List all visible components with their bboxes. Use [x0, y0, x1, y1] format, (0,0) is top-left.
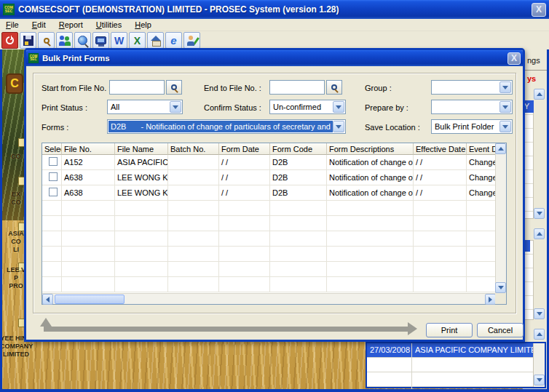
scroll-down-icon[interactable]	[534, 208, 545, 219]
row-checkbox[interactable]	[49, 172, 58, 181]
prepare-by-label: Prepare by :	[365, 103, 408, 112]
table-row[interactable]: A638 LEE WONG KE / / D2B Notification of…	[42, 185, 506, 201]
menu-edit[interactable]: Edit	[32, 20, 46, 29]
row-checkbox[interactable]	[49, 188, 58, 196]
scroll-up-icon[interactable]	[534, 89, 545, 100]
window-title: COMSECSOFT (DEMONSTRATION) LIMITED - PRO…	[18, 4, 532, 15]
forms-combobox[interactable]: D2B- Notification of change of particula…	[107, 119, 346, 134]
forms-label: Forms :	[42, 123, 68, 132]
column-header-event-desc[interactable]: Event Des	[467, 143, 497, 155]
menu-report[interactable]: Report	[59, 20, 83, 29]
confirm-status-combobox[interactable]: Un-confirmed	[269, 100, 346, 114]
schedule-scrollbar[interactable]	[533, 343, 545, 387]
column-header-form-code[interactable]: Form Code	[270, 143, 327, 155]
dialog-close-button[interactable]: X	[507, 52, 521, 65]
schedule-row[interactable]	[367, 372, 545, 387]
start-from-file-input[interactable]	[109, 80, 165, 95]
dialog-titlebar[interactable]: COM SEC Bulk Print Forms X	[26, 50, 523, 66]
column-header-form-date[interactable]: Form Date	[219, 143, 270, 155]
cancel-button[interactable]: Cancel	[477, 323, 524, 337]
dialog-body: Start from File No. : End to File No. : …	[26, 66, 523, 340]
scroll-up-icon[interactable]	[534, 228, 545, 239]
menu-help[interactable]: Help	[135, 20, 151, 29]
pointer-arrow-icon	[408, 322, 417, 335]
column-header-file-no[interactable]: File No.	[62, 143, 115, 155]
computer-icon[interactable]	[92, 32, 109, 49]
scroll-down-icon[interactable]	[534, 308, 545, 319]
user-edit-icon[interactable]	[183, 32, 200, 49]
group-combobox[interactable]	[431, 80, 513, 95]
table-row[interactable]: A638 LEE WONG KE / / D2B Notification of…	[42, 170, 506, 185]
save-location-combobox[interactable]: Bulk Print Folder	[431, 119, 513, 134]
schedule-row-selected[interactable]: 27/03/2008 ASIA PACIFIC COMPANY LIMITED	[367, 343, 545, 358]
magnifier-icon	[331, 84, 337, 90]
excel-icon[interactable]: X	[129, 32, 146, 49]
end-to-file-input[interactable]	[269, 80, 325, 95]
scroll-down-icon[interactable]	[495, 282, 506, 293]
chevron-down-icon[interactable]	[333, 121, 344, 132]
menu-file[interactable]: File	[6, 20, 19, 29]
prepare-by-combobox[interactable]	[431, 100, 513, 114]
confirm-status-label: Confirm Status :	[204, 103, 261, 112]
scroll-down-icon[interactable]	[534, 375, 545, 385]
toolbar: W X e	[0, 31, 549, 49]
start-from-file-label: Start from File No. :	[42, 84, 111, 92]
power-icon[interactable]	[1, 32, 18, 49]
column-header-batch-no[interactable]: Batch No.	[168, 143, 219, 155]
form-description: - Notification of change of particulars …	[141, 122, 333, 131]
grid-horizontal-scrollbar[interactable]	[42, 293, 497, 304]
background-alert-fragment: ys	[527, 74, 536, 83]
table-row-empty	[42, 231, 506, 247]
scroll-right-icon[interactable]	[485, 294, 496, 305]
start-file-search-button[interactable]	[166, 80, 182, 95]
group-label: Group :	[365, 84, 392, 92]
table-row[interactable]: A152 ASIA PACIFIC C / / D2B Notification…	[42, 155, 506, 170]
find-file-icon[interactable]	[38, 32, 55, 49]
column-header-effective-date[interactable]: Effective Date	[414, 143, 467, 155]
table-row-empty	[42, 277, 506, 292]
row-checkbox[interactable]	[49, 157, 58, 166]
schedule-table: 27/03/2008 ASIA PACIFIC COMPANY LIMITED	[366, 342, 546, 388]
table-row-empty	[42, 247, 506, 262]
dialog-icon: COM SEC	[28, 53, 39, 63]
word-icon[interactable]: W	[111, 32, 127, 49]
end-file-search-button[interactable]	[326, 80, 342, 95]
users-icon[interactable]	[56, 32, 73, 49]
window-close-button[interactable]: X	[532, 3, 546, 17]
chevron-down-icon[interactable]	[499, 101, 511, 113]
grid-header-row: Select File No. File Name Batch No. Form…	[42, 143, 506, 155]
chevron-down-icon[interactable]	[499, 121, 511, 132]
column-header-file-name[interactable]: File Name	[115, 143, 168, 155]
bulk-print-forms-dialog: COM SEC Bulk Print Forms X Start from Fi…	[24, 48, 525, 342]
scroll-up-icon[interactable]	[534, 329, 545, 340]
schedule-row[interactable]	[367, 358, 545, 372]
print-status-label: Print Status :	[42, 103, 87, 112]
internet-explorer-icon[interactable]: e	[165, 32, 182, 49]
home-icon[interactable]	[147, 32, 164, 49]
scroll-left-icon[interactable]	[42, 294, 53, 305]
menu-utilities[interactable]: Utilities	[96, 20, 122, 29]
results-grid: Select File No. File Name Batch No. Form…	[42, 143, 507, 305]
app-logo-icon: COM SEC	[3, 4, 15, 15]
scrollbar-thumb[interactable]	[55, 295, 125, 304]
chevron-down-icon[interactable]	[333, 101, 344, 113]
save-icon[interactable]	[20, 32, 36, 49]
globe-search-icon[interactable]	[74, 32, 91, 49]
pointer-arrow-icon	[40, 318, 52, 327]
background-child-window: ngs ys Y	[523, 49, 547, 389]
save-location-label: Save Location :	[365, 123, 420, 132]
magnifier-icon	[171, 84, 177, 90]
column-header-select[interactable]: Select	[42, 143, 62, 155]
print-button[interactable]: Print	[426, 323, 473, 337]
scroll-up-icon[interactable]	[495, 143, 506, 154]
print-status-combobox[interactable]: All	[107, 100, 183, 114]
grid-vertical-scrollbar[interactable]	[495, 143, 506, 294]
menubar: File Edit Report Utilities Help	[0, 19, 549, 31]
schedule-date: 27/03/2008	[367, 343, 412, 357]
window-titlebar: COM SEC COMSECSOFT (DEMONSTRATION) LIMIT…	[0, 0, 549, 19]
chevron-down-icon[interactable]	[499, 81, 511, 93]
background-tab-fragment[interactable]: ngs	[527, 56, 540, 65]
schedule-company: ASIA PACIFIC COMPANY LIMITED	[412, 343, 545, 357]
chevron-down-icon[interactable]	[170, 101, 181, 113]
column-header-form-descriptions[interactable]: Form Descriptions	[327, 143, 414, 155]
